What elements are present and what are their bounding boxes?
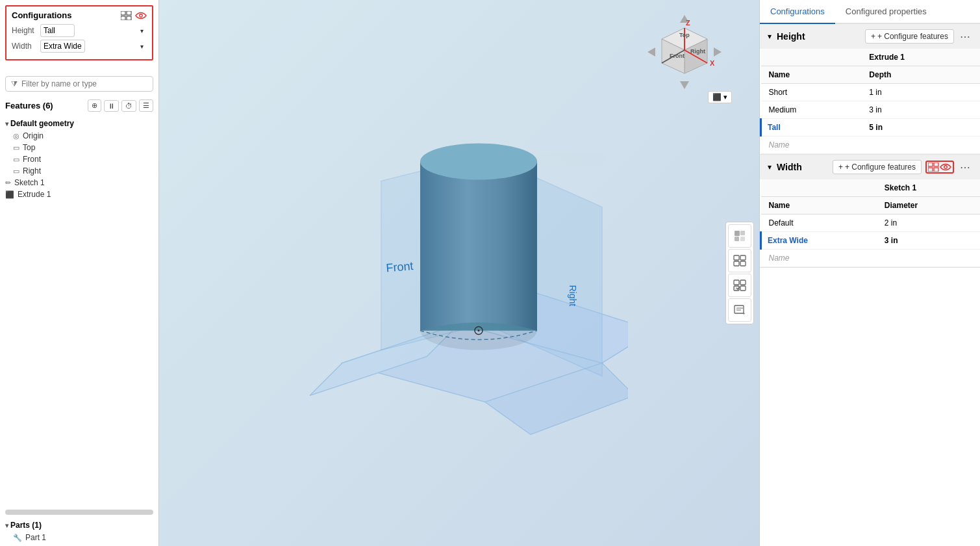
svg-rect-36 [740, 237, 745, 241]
height-select[interactable]: Short Medium Tall [40, 24, 75, 37]
plane-icon-front: ▭ [13, 155, 19, 164]
width-diameter-subheader: Diameter [877, 197, 980, 214]
width-select[interactable]: Default Extra Wide [40, 40, 85, 53]
width-row-default[interactable]: Default 2 in [761, 214, 981, 232]
height-medium-depth: 3 in [861, 101, 980, 119]
right-label: Right [23, 166, 41, 176]
svg-text:+: + [742, 311, 746, 316]
material-btn[interactable] [728, 224, 751, 248]
height-row-new[interactable]: Name [761, 136, 981, 154]
config-grid-icon [121, 11, 132, 20]
width-configure-btn[interactable]: + + Configure features [833, 160, 922, 174]
width-grid-icon [928, 162, 940, 172]
annotation-btn[interactable]: + [728, 298, 751, 322]
origin-item[interactable]: ◎ Origin [0, 130, 158, 142]
parts-group[interactable]: ▾ Parts (1) [0, 519, 158, 532]
svg-marker-8 [680, 81, 689, 89]
parts-chevron-icon: ▾ [5, 522, 8, 529]
extrude-icon: ⬛ [5, 190, 14, 199]
width-more-btn[interactable]: ⋯ [958, 161, 972, 174]
configurations-box: Configurations Height Sh [5, 5, 153, 60]
width-eye-icon [940, 163, 951, 171]
width-configure-plus-icon: + [838, 162, 843, 172]
svg-rect-38 [740, 255, 746, 260]
width-name-col-header [761, 179, 877, 197]
scrollbar[interactable] [5, 510, 153, 515]
plane-icon-right: ▭ [13, 167, 19, 176]
sketch1-item[interactable]: ✏ Sketch 1 [0, 177, 158, 188]
cube-icon: ⬛ [712, 93, 722, 101]
height-short-depth: 1 in [861, 84, 980, 101]
svg-rect-2 [121, 16, 125, 20]
height-select-wrapper[interactable]: Short Medium Tall [40, 24, 147, 37]
height-more-btn[interactable]: ⋯ [958, 31, 972, 43]
config-view2-btn[interactable] [728, 274, 751, 297]
width-select-wrapper[interactable]: Default Extra Wide [40, 40, 147, 53]
svg-rect-52 [934, 168, 938, 172]
svg-rect-0 [121, 11, 125, 15]
tab-configurations[interactable]: Configurations [760, 0, 835, 24]
height-name-col-header [761, 49, 862, 66]
add-feature-btn[interactable]: ⊕ [88, 99, 101, 112]
width-section-header: ▾ Width + + Configure features ⋯ [760, 155, 980, 179]
height-row-short[interactable]: Short 1 in [761, 84, 981, 101]
annotation-icon: + [733, 304, 746, 316]
svg-point-28 [420, 144, 537, 180]
left-panel: Configurations Height Sh [0, 0, 159, 546]
tab-configured-properties-label: Configured properties [846, 6, 927, 16]
svg-rect-33 [735, 231, 740, 236]
filter-input[interactable] [21, 79, 147, 88]
svg-rect-37 [734, 255, 739, 260]
svg-text:Right: Right [568, 285, 578, 307]
parts-section: ▾ Parts (1) 🔧 Part 1 [0, 516, 158, 546]
list-btn[interactable]: ☰ [139, 99, 153, 112]
svg-text:Front: Front [386, 259, 414, 275]
parts-title: Parts (1) [10, 521, 42, 530]
svg-text:Right: Right [690, 48, 705, 55]
config-eye-icon [135, 12, 147, 20]
height-configure-label: + Configure features [877, 32, 948, 41]
right-panel: Configurations Configured properties ▾ H… [759, 0, 980, 546]
view-dropdown-btn[interactable]: ⬛ ▾ [708, 91, 732, 103]
part1-label: Part 1 [25, 533, 46, 542]
height-row-tall[interactable]: Tall 5 in [761, 119, 981, 136]
right-plane-item[interactable]: ▭ Right [0, 165, 158, 177]
front-plane-item[interactable]: ▭ Front [0, 153, 158, 165]
svg-rect-27 [420, 162, 537, 331]
part1-item[interactable]: 🔧 Part 1 [0, 532, 158, 543]
width-row-extra-wide[interactable]: Extra Wide 3 in [761, 232, 981, 250]
pause-btn[interactable]: ⏸ [104, 100, 119, 112]
plane-icon-top: ▭ [13, 144, 19, 152]
svg-text:Front: Front [670, 53, 685, 59]
width-row-new[interactable]: Name [761, 250, 981, 267]
tab-configurations-label: Configurations [770, 6, 825, 16]
config-view-btn[interactable] [728, 249, 751, 272]
orientation-widget[interactable]: Z X Top Right Front [642, 10, 727, 94]
height-label: Height [12, 26, 36, 35]
panel-tabs: Configurations Configured properties [760, 0, 980, 24]
width-default-name: Default [761, 214, 877, 232]
height-feature-col-header: Extrude 1 [861, 49, 980, 66]
default-geometry-group[interactable]: ▾ Default geometry [0, 117, 158, 130]
config-title-text: Configurations [12, 10, 71, 20]
cylinder-scene: Front Right [290, 77, 628, 469]
sketch-icon: ✏ [5, 179, 11, 187]
svg-rect-39 [734, 261, 739, 266]
svg-rect-51 [928, 168, 933, 172]
tab-configured-properties[interactable]: Configured properties [835, 0, 937, 24]
timer-btn[interactable]: ⏱ [121, 100, 136, 112]
svg-point-4 [140, 14, 143, 17]
height-row-medium[interactable]: Medium 3 in [761, 101, 981, 119]
height-section-header: ▾ Height + + Configure features ⋯ [760, 24, 980, 49]
height-configure-btn[interactable]: + + Configure features [865, 29, 954, 44]
config-view2-icon [733, 280, 746, 291]
height-tall-name: Tall [761, 119, 862, 136]
features-title: Features (6) [5, 101, 84, 110]
height-configure-plus-icon: + [871, 32, 875, 41]
height-chevron-icon: ▾ [768, 32, 772, 41]
orientation-svg: Z X Top Right Front [642, 10, 727, 94]
config-view-icon [733, 255, 746, 266]
extrude1-item[interactable]: ⬛ Extrude 1 [0, 188, 158, 200]
svg-rect-1 [127, 11, 131, 15]
top-plane-item[interactable]: ▭ Top [0, 142, 158, 153]
